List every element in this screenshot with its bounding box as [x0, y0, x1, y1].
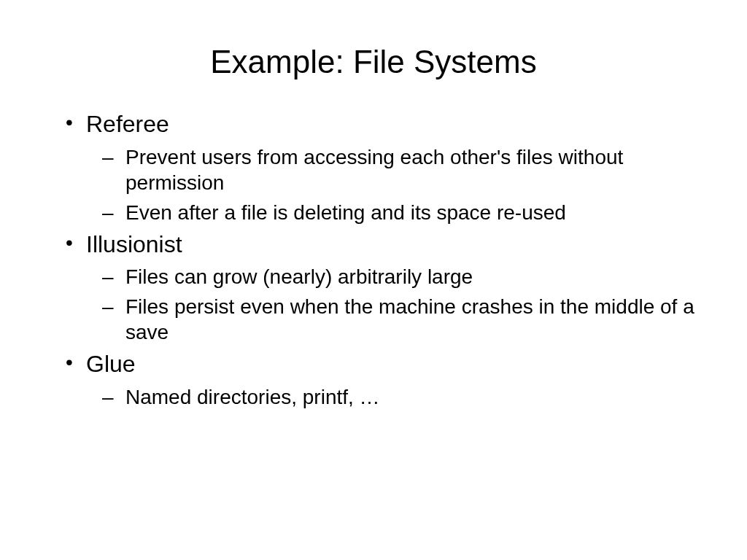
bullet-list: Referee Prevent users from accessing eac…: [66, 109, 703, 410]
sub-bullet-list: Files can grow (nearly) arbitrarily larg…: [86, 264, 703, 345]
bullet-label: Glue: [86, 351, 136, 377]
sub-bullet-item: Even after a file is deleting and its sp…: [99, 200, 703, 225]
sub-bullet-item: Files can grow (nearly) arbitrarily larg…: [99, 264, 703, 289]
sub-bullet-list: Prevent users from accessing each other'…: [86, 144, 703, 225]
sub-bullet-item: Files persist even when the machine cras…: [99, 294, 703, 345]
sub-bullet-list: Named directories, printf, …: [86, 384, 703, 410]
slide-title: Example: File Systems: [44, 44, 703, 80]
slide-content: Referee Prevent users from accessing eac…: [44, 109, 703, 410]
sub-bullet-item: Named directories, printf, …: [99, 384, 703, 410]
sub-bullet-item: Prevent users from accessing each other'…: [99, 144, 703, 195]
bullet-label: Referee: [86, 111, 169, 137]
bullet-label: Illusionist: [86, 231, 182, 257]
bullet-item: Glue Named directories, printf, …: [66, 349, 703, 410]
bullet-item: Illusionist Files can grow (nearly) arbi…: [66, 230, 703, 346]
bullet-item: Referee Prevent users from accessing eac…: [66, 109, 703, 225]
